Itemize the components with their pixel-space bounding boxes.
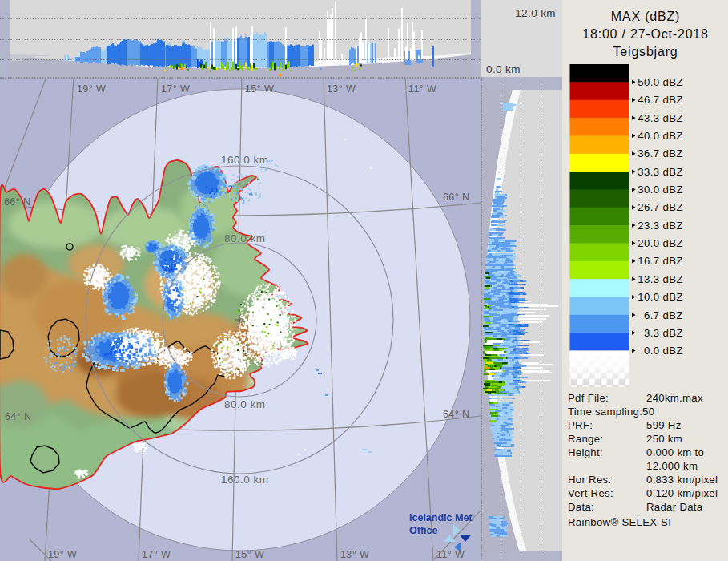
svg-text:12.0 km: 12.0 km [515, 7, 556, 19]
svg-text:0.0 dBZ: 0.0 dBZ [644, 345, 683, 357]
svg-text:Office: Office [409, 525, 437, 536]
svg-text:17° W: 17° W [142, 549, 171, 560]
svg-text:64° N: 64° N [443, 409, 469, 420]
svg-text:64° N: 64° N [5, 411, 31, 422]
svg-text:0.120 km/pixel: 0.120 km/pixel [646, 487, 718, 499]
svg-text:Time sampling:50: Time sampling:50 [568, 406, 654, 418]
svg-text:6.7 dBZ: 6.7 dBZ [644, 309, 683, 321]
svg-text:66° N: 66° N [443, 192, 469, 203]
svg-text:36.7 dBZ: 36.7 dBZ [638, 147, 683, 159]
svg-text:Range:: Range: [568, 433, 603, 445]
svg-text:19° W: 19° W [48, 549, 77, 560]
svg-text:Data:: Data: [568, 501, 594, 513]
svg-text:Icelandic Met: Icelandic Met [409, 512, 473, 523]
svg-text:26.7 dBZ: 26.7 dBZ [638, 201, 683, 213]
svg-text:3.3 dBZ: 3.3 dBZ [644, 327, 683, 339]
svg-text:20.0 dBZ: 20.0 dBZ [638, 237, 683, 249]
svg-text:Vert Res:: Vert Res: [568, 487, 613, 499]
svg-text:0.0 km: 0.0 km [486, 63, 521, 75]
svg-text:23.3 dBZ: 23.3 dBZ [638, 220, 683, 232]
svg-text:16.7 dBZ: 16.7 dBZ [638, 255, 683, 267]
svg-text:Teigsbjarg: Teigsbjarg [613, 45, 678, 59]
svg-text:12.000 km: 12.000 km [646, 460, 698, 472]
svg-text:MAX (dBZ): MAX (dBZ) [611, 10, 680, 23]
svg-text:Pdf File:: Pdf File: [568, 392, 609, 404]
svg-text:599 Hz: 599 Hz [646, 419, 682, 431]
svg-text:Radar Data: Radar Data [646, 501, 703, 513]
svg-text:11° W: 11° W [408, 83, 436, 95]
svg-text:46.7 dBZ: 46.7 dBZ [638, 94, 683, 106]
svg-text:66° N: 66° N [4, 196, 30, 208]
svg-text:15° W: 15° W [235, 549, 264, 560]
svg-text:240km.max: 240km.max [646, 392, 703, 404]
svg-text:13° W: 13° W [327, 83, 356, 95]
svg-text:160.0 km: 160.0 km [221, 154, 269, 166]
svg-text:Hor Res:: Hor Res: [568, 474, 611, 486]
svg-text:PRF:: PRF: [568, 419, 593, 431]
svg-text:15° W: 15° W [245, 83, 274, 95]
svg-text:10.0 dBZ: 10.0 dBZ [638, 291, 683, 303]
svg-text:19° W: 19° W [77, 83, 106, 95]
svg-text:50.0 dBZ: 50.0 dBZ [638, 76, 683, 88]
svg-text:80.0 km: 80.0 km [224, 232, 266, 244]
svg-text:30.0 dBZ: 30.0 dBZ [638, 184, 683, 196]
svg-text:33.3 dBZ: 33.3 dBZ [638, 166, 683, 178]
svg-text:17° W: 17° W [161, 83, 190, 95]
svg-text:0.000 km to: 0.000 km to [646, 446, 704, 458]
svg-text:43.3 dBZ: 43.3 dBZ [638, 112, 683, 124]
svg-text:13.3 dBZ: 13.3 dBZ [638, 273, 683, 285]
svg-text:13° W: 13° W [340, 549, 369, 560]
svg-text:Rainbow® SELEX-SI: Rainbow® SELEX-SI [568, 516, 671, 528]
svg-text:80.0 km: 80.0 km [224, 398, 266, 410]
svg-text:18:00 / 27-Oct-2018: 18:00 / 27-Oct-2018 [582, 27, 709, 41]
svg-text:Height:: Height: [568, 446, 603, 458]
svg-text:160.0 km: 160.0 km [221, 474, 269, 486]
svg-text:250 km: 250 km [646, 433, 682, 445]
svg-text:0.833 km/pixel: 0.833 km/pixel [646, 474, 718, 486]
svg-text:40.0 dBZ: 40.0 dBZ [638, 130, 683, 142]
